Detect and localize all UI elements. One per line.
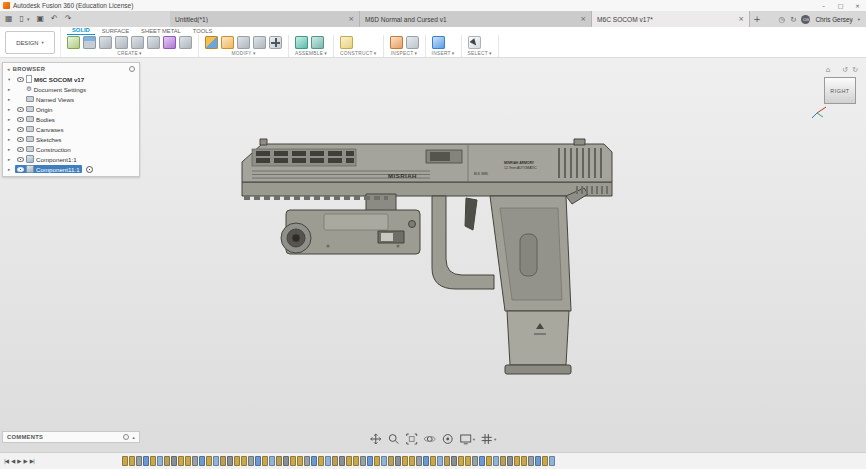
maximize-button[interactable]: □ <box>832 0 849 11</box>
view-cube-face[interactable]: RIGHT <box>824 77 856 104</box>
browser-row-label[interactable]: Named Views <box>36 96 74 103</box>
timeline-feature[interactable] <box>388 456 394 466</box>
timeline-feature[interactable] <box>367 456 373 466</box>
timeline-feature[interactable] <box>199 456 205 466</box>
comments-bar[interactable]: COMMENTS ▴ <box>2 431 140 443</box>
timeline-feature[interactable] <box>451 456 457 466</box>
timeline-feature[interactable] <box>465 456 471 466</box>
timeline-feature[interactable] <box>416 456 422 466</box>
visibility-eye-icon[interactable] <box>17 167 24 172</box>
close-tab-icon[interactable]: × <box>580 15 586 23</box>
timeline-feature[interactable] <box>185 456 191 466</box>
orbit-icon[interactable] <box>424 433 436 445</box>
browser-row-label[interactable]: Component11:1 <box>36 166 80 173</box>
play-button[interactable]: ▶ <box>17 458 20 464</box>
timeline-feature[interactable] <box>129 456 135 466</box>
timeline-feature[interactable] <box>507 456 513 466</box>
timeline-feature[interactable] <box>297 456 303 466</box>
section-analysis-icon[interactable] <box>406 36 419 49</box>
timeline-feature[interactable] <box>514 456 520 466</box>
tree-chevron-icon[interactable]: ▸ <box>8 87 13 92</box>
browser-row-label[interactable]: Construction <box>36 146 71 153</box>
select-cursor-icon[interactable] <box>468 36 481 49</box>
timeline-feature[interactable] <box>353 456 359 466</box>
timeline-feature[interactable] <box>458 456 464 466</box>
timeline-feature[interactable] <box>360 456 366 466</box>
timeline-feature[interactable] <box>262 456 268 466</box>
visibility-eye-icon[interactable] <box>17 117 24 122</box>
tree-chevron-icon[interactable]: ▾ <box>8 77 13 82</box>
timeline-feature[interactable] <box>255 456 261 466</box>
visibility-eye-icon[interactable] <box>17 127 24 132</box>
browser-row[interactable]: ▸Bodies <box>3 114 139 124</box>
timeline-feature[interactable] <box>276 456 282 466</box>
timeline-feature[interactable] <box>332 456 338 466</box>
timeline-feature[interactable] <box>528 456 534 466</box>
timeline-feature[interactable] <box>213 456 219 466</box>
timeline-feature[interactable] <box>311 456 317 466</box>
timeline-feature[interactable] <box>486 456 492 466</box>
go-to-start-button[interactable]: |◀ <box>4 458 8 464</box>
notifications-icon[interactable]: ↻ <box>790 15 796 24</box>
ribbon-tab-surface[interactable]: SURFACE <box>97 28 134 35</box>
group-label-inspect[interactable]: INSPECT <box>391 51 414 56</box>
joint-icon[interactable] <box>311 36 324 49</box>
display-settings-caret-icon[interactable]: ▾ <box>473 437 475 442</box>
activate-component-radio[interactable] <box>86 166 93 173</box>
user-name[interactable]: Chris Gersey <box>815 16 852 23</box>
shell-icon[interactable] <box>237 36 250 49</box>
browser-row[interactable]: ▸Canvases <box>3 124 139 134</box>
ribbon-tab-solid[interactable]: SOLID <box>67 27 95 35</box>
grid-settings-caret-icon[interactable]: ▾ <box>494 437 496 442</box>
fillet-icon[interactable] <box>221 36 234 49</box>
group-label-insert[interactable]: INSERT <box>432 51 451 56</box>
display-settings-icon[interactable]: ▾ <box>460 433 475 445</box>
timeline-feature[interactable] <box>171 456 177 466</box>
browser-row[interactable]: ▸Component11:1 <box>3 164 139 174</box>
timeline-feature[interactable] <box>395 456 401 466</box>
timeline-feature[interactable] <box>339 456 345 466</box>
grid-settings-icon[interactable]: ▾ <box>481 433 496 445</box>
timeline-feature[interactable] <box>402 456 408 466</box>
file-menu-caret-icon[interactable]: ▾ <box>27 16 30 22</box>
timeline-feature[interactable] <box>234 456 240 466</box>
browser-row-label[interactable]: M6C SOCOM v17 <box>34 76 84 83</box>
minimize-button[interactable]: – <box>815 0 832 11</box>
group-caret-icon[interactable]: ▾ <box>452 51 455 56</box>
model-front-sight[interactable] <box>260 139 267 145</box>
new-tab-button[interactable]: + <box>750 11 764 27</box>
save-icon[interactable]: ▣ <box>36 15 44 23</box>
browser-options-icon[interactable] <box>129 66 135 72</box>
document-tab[interactable]: M6D Normal and Cursed v1× <box>360 11 592 27</box>
group-label-modify[interactable]: MODIFY <box>231 51 251 56</box>
revolve-icon[interactable] <box>99 36 112 49</box>
group-caret-icon[interactable]: ▾ <box>253 51 256 56</box>
browser-row-label[interactable]: Canvases <box>36 126 64 133</box>
browser-row[interactable]: ▸Sketches <box>3 134 139 144</box>
browser-row-label[interactable]: Document Settings <box>34 86 86 93</box>
timeline-feature[interactable] <box>136 456 142 466</box>
visibility-eye-icon[interactable] <box>17 77 24 82</box>
timeline-feature[interactable] <box>248 456 254 466</box>
browser-collapse-icon[interactable]: ◂ <box>7 66 10 72</box>
model-rear-sight[interactable] <box>574 139 585 145</box>
timeline-feature[interactable] <box>479 456 485 466</box>
group-label-assemble[interactable]: ASSEMBLE <box>295 51 323 56</box>
go-to-end-button[interactable]: ▶| <box>30 458 34 464</box>
timeline-feature[interactable] <box>241 456 247 466</box>
browser-row-label[interactable]: Bodies <box>36 116 55 123</box>
comments-expand-icon[interactable]: ▴ <box>132 435 135 440</box>
tree-chevron-icon[interactable]: ▸ <box>8 167 13 172</box>
document-tab[interactable]: Untitled(*1)× <box>170 11 360 27</box>
browser-row-label[interactable]: Sketches <box>36 136 61 143</box>
visibility-eye-icon[interactable] <box>17 137 24 142</box>
group-caret-icon[interactable]: ▾ <box>374 51 377 56</box>
close-tab-icon[interactable]: × <box>348 15 354 23</box>
tree-chevron-icon[interactable]: ▸ <box>8 157 13 162</box>
group-caret-icon[interactable]: ▾ <box>324 51 327 56</box>
file-menu-icon[interactable]: ▯ <box>20 15 24 23</box>
model-trigger-guard[interactable] <box>432 196 494 289</box>
timeline-feature[interactable] <box>283 456 289 466</box>
timeline-feature[interactable] <box>500 456 506 466</box>
timeline-feature[interactable] <box>535 456 541 466</box>
